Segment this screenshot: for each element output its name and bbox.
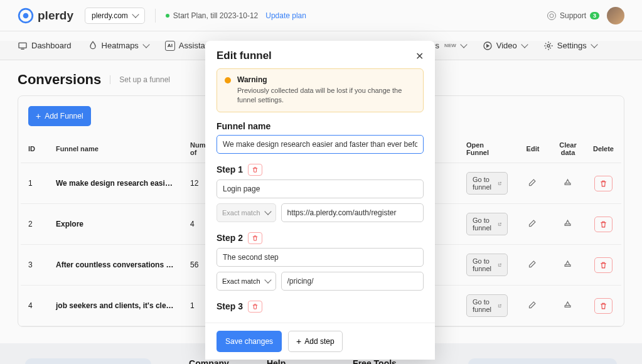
step3-label: Step 3 [217,301,243,311]
domain-selector[interactable]: plerdy.com [85,8,145,24]
support-link[interactable]: Support 3 [547,11,599,20]
plan-info: Start Plan, till 2023-10-12 Update plan [166,11,306,20]
chevron-down-icon [264,208,271,215]
chevron-down-icon [132,11,139,18]
delete-step-button[interactable] [248,301,262,313]
support-count-badge: 3 [590,12,599,19]
svg-point-1 [23,13,29,18]
step1-name-input[interactable] [217,179,424,198]
funnel-name-label: Funnel name [217,121,424,131]
edit-funnel-modal: Edit funnel ✕ Warning Previously collect… [205,41,435,360]
brand-logo: plerdy [18,8,73,24]
step2-label: Step 2 [217,233,243,243]
user-avatar[interactable] [607,7,624,24]
step2-name-input[interactable] [217,248,424,267]
plus-icon: + [296,336,301,346]
step2-match-select[interactable]: Exact match [217,272,276,291]
step2-url-input[interactable] [281,272,424,291]
add-step-button[interactable]: +Add step [288,331,343,352]
save-changes-button[interactable]: Save changes [217,331,282,352]
support-icon [547,11,556,20]
step1-match-select[interactable]: Exact match [217,203,276,222]
close-icon[interactable]: ✕ [415,50,424,62]
step1-label: Step 1 [217,164,243,174]
update-plan-link[interactable]: Update plan [265,11,306,20]
warning-icon [225,77,231,83]
warning-banner: Warning Previously collected data will b… [217,68,424,112]
delete-step-button[interactable] [248,232,262,244]
funnel-name-input[interactable] [217,135,424,154]
status-dot-icon [166,14,169,18]
delete-step-button[interactable] [248,164,262,176]
chevron-down-icon [264,277,271,284]
svg-point-2 [550,14,554,18]
modal-title: Edit funnel [217,50,272,62]
step1-url-input[interactable] [281,203,424,222]
